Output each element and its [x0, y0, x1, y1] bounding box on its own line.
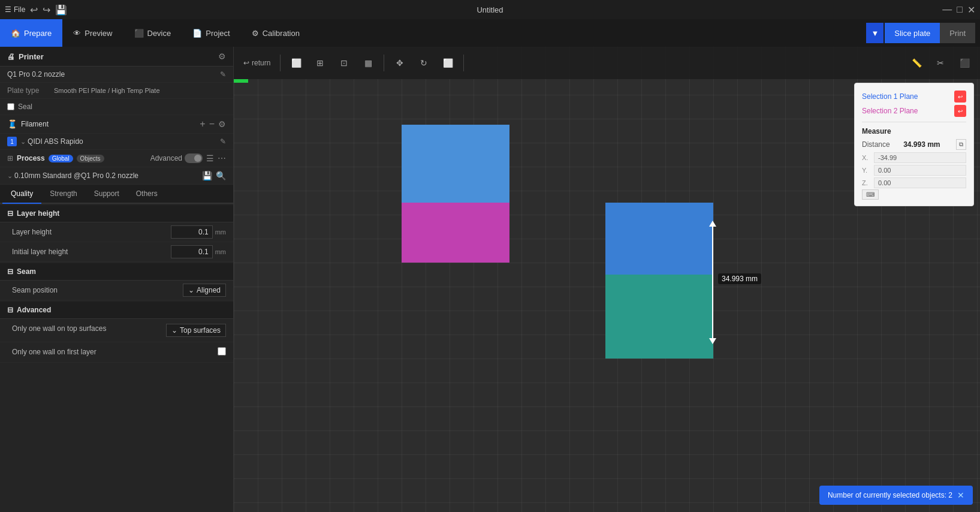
y-coord-row: Y. 0.00 — [862, 165, 966, 176]
layer-height-unit: mm — [215, 228, 226, 236]
3d-object-1-top — [402, 125, 509, 203]
tab-quality[interactable]: Quality — [2, 185, 41, 204]
return-button[interactable]: ↩ return — [239, 56, 275, 70]
nav-prepare-button[interactable]: 🏠 Prepare — [0, 19, 62, 47]
objects-tag[interactable]: Objects — [77, 155, 104, 162]
process-list-icon[interactable]: ☰ — [206, 153, 214, 163]
3d-object-2-bottom — [605, 275, 713, 359]
initial-layer-height-input[interactable] — [171, 245, 213, 258]
filament-settings-icon[interactable]: ⚙ — [218, 119, 226, 129]
global-tag[interactable]: Global — [49, 155, 73, 162]
one-wall-top-arrow: ⌄ — [171, 326, 177, 335]
minimize-button[interactable]: — — [942, 4, 952, 15]
profile-search-icon[interactable]: 🔍 — [216, 171, 226, 180]
nav-preview-button[interactable]: 👁 Preview — [62, 19, 123, 47]
slice-plate-button[interactable]: Slice plate — [885, 23, 940, 43]
printer-name: Q1 Pro 0.2 nozzle — [7, 70, 65, 79]
measure-label: 34.993 mm — [718, 273, 761, 284]
prepare-icon: 🏠 — [11, 29, 20, 38]
filament-remove-button[interactable]: − — [209, 119, 215, 129]
filament-name: Filament — [21, 120, 49, 128]
printer-name-row: Q1 Pro 0.2 nozzle ✎ — [0, 67, 233, 83]
layer-height-group-icon: ⊟ — [7, 209, 13, 218]
process-label: Process — [17, 154, 45, 162]
layer-height-input[interactable] — [171, 225, 213, 239]
initial-layer-height-input-wrap: mm — [171, 245, 226, 258]
nav-device-button[interactable]: ⬛ Device — [123, 19, 182, 47]
advanced-toggle-switch[interactable] — [185, 153, 203, 163]
3d-object-2[interactable] — [605, 203, 713, 359]
printer-settings-icon[interactable]: ⚙ — [218, 52, 226, 61]
3d-object-2-top — [605, 203, 713, 275]
tab-support[interactable]: Support — [86, 185, 128, 204]
file-menu-button[interactable]: ☰ File — [5, 5, 25, 14]
seal-label: Seal — [18, 103, 32, 111]
selection1-reset-button[interactable]: ↩ — [954, 91, 966, 103]
printer-section-header: 🖨 Printer ⚙ — [0, 47, 233, 67]
window-title: Untitled — [477, 5, 503, 14]
left-panel: 🖨 Printer ⚙ Q1 Pro 0.2 nozzle ✎ Plate ty… — [0, 47, 234, 512]
move-button[interactable]: ✥ — [389, 52, 411, 74]
keyboard-shortcut-hint: ⌨ — [862, 190, 966, 198]
y-coord-value: 0.00 — [874, 165, 966, 176]
tab-strength[interactable]: Strength — [41, 185, 85, 204]
print-button[interactable]: Print — [940, 23, 975, 43]
one-wall-first-checkbox[interactable] — [218, 347, 226, 356]
filament-row: 🧵 Filament + − ⚙ — [0, 115, 233, 134]
tab-others[interactable]: Others — [128, 185, 166, 204]
maximize-button[interactable]: □ — [957, 4, 963, 15]
seam-group-header: ⊟ Seam — [0, 263, 233, 281]
viewport[interactable]: ↩ return ⬜ ⊞ ⊡ ▦ ✥ ↻ ⬜ 📏 ✂ ⬛ — [234, 47, 980, 512]
kbd-icon: ⌨ — [862, 189, 879, 200]
seam-group-label: Seam — [17, 267, 36, 276]
cube-view-button[interactable]: ⬜ — [285, 52, 307, 74]
one-wall-top-row: Only one wall on top surfaces ⌄ Top surf… — [0, 319, 233, 342]
object-row: 1 ⌄ QIDI ABS Rapido ✎ — [0, 134, 233, 150]
x-coord-row: X. -34.99 — [862, 152, 966, 163]
copy-distance-button[interactable]: ⧉ — [956, 139, 966, 150]
seam-position-select[interactable]: ⌄ Aligned — [183, 284, 226, 297]
plate-type-value: Smooth PEI Plate / High Temp Plate — [54, 87, 160, 94]
measure-section-title: Measure — [862, 127, 966, 135]
status-message: Number of currently selected objects: 2 — [828, 491, 952, 499]
close-button[interactable]: ✕ — [967, 4, 975, 16]
ortho-view-button[interactable]: ⊡ — [333, 52, 355, 74]
layer-height-group-label: Layer height — [17, 209, 59, 218]
filament-add-button[interactable]: + — [200, 119, 205, 129]
save-icon[interactable]: 💾 — [55, 4, 67, 16]
printer-edit-icon[interactable]: ✎ — [220, 70, 226, 79]
slice-dropdown-button[interactable]: ▼ — [866, 23, 883, 43]
printer-icon: 🖨 — [7, 52, 15, 61]
process-more-icon[interactable]: ⋯ — [218, 153, 226, 163]
scale-button[interactable]: ⬜ — [437, 52, 459, 74]
one-wall-top-select[interactable]: ⌄ Top surfaces — [166, 324, 226, 337]
seam-position-value: Aligned — [197, 286, 221, 294]
undo-icon[interactable]: ↩ — [30, 4, 38, 16]
3d-object-1[interactable] — [402, 125, 509, 263]
cut-button[interactable]: ✂ — [930, 52, 951, 74]
slice-area: ▼ Slice plate — [866, 23, 940, 43]
filament-left: 🧵 Filament — [7, 119, 49, 129]
return-label: return — [252, 59, 270, 67]
printer-section-title: 🖨 Printer — [7, 52, 44, 61]
selection2-reset-button[interactable]: ↩ — [954, 105, 966, 117]
plate-type-row: Plate type Smooth PEI Plate / High Temp … — [0, 83, 233, 99]
process-icon: ⊞ — [7, 154, 13, 162]
redo-icon[interactable]: ↪ — [43, 4, 50, 16]
profile-save-icon[interactable]: 💾 — [202, 171, 212, 180]
status-close-button[interactable]: ✕ — [957, 490, 964, 500]
layer-view-button[interactable]: ▦ — [357, 52, 379, 74]
nav-calibration-button[interactable]: ⚙ Calibration — [241, 19, 310, 47]
seal-checkbox[interactable] — [7, 103, 14, 110]
ruler-button[interactable]: 📏 — [906, 52, 927, 74]
arrange-button[interactable]: ⬛ — [954, 52, 975, 74]
device-label: Device — [147, 29, 171, 38]
grid-view-button[interactable]: ⊞ — [309, 52, 331, 74]
toolbar-separator-1 — [280, 55, 281, 71]
object-edit-icon[interactable]: ✎ — [220, 137, 226, 146]
toolbar-separator-2 — [384, 55, 384, 71]
nav-project-button[interactable]: 📄 Project — [182, 19, 240, 47]
rotate-button[interactable]: ↻ — [413, 52, 435, 74]
device-icon: ⬛ — [134, 29, 144, 38]
preview-label: Preview — [85, 29, 112, 38]
